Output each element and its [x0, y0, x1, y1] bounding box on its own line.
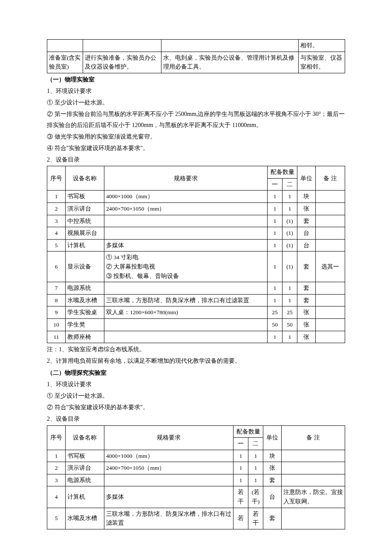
cell-name: 教师座椅	[66, 331, 104, 343]
equip-label: 2、设备目录	[47, 154, 345, 165]
cell-spec: 多媒体	[104, 486, 233, 508]
cell-seq: 4	[47, 486, 66, 508]
cell	[47, 40, 83, 52]
hdr-qty: 配备数量	[233, 425, 263, 438]
cell-q2: (1)	[282, 215, 297, 227]
cell-spec	[104, 331, 268, 343]
cell-q2: (1)	[282, 251, 297, 282]
equipment-table-1: 序号 设备名称 规格要求 配备数量 单位 备 注 一 二 1书写板4000×10…	[47, 166, 345, 343]
env-label: 1、环境设计要求	[47, 86, 345, 96]
table-row: 3电源系统11套	[47, 474, 345, 486]
hdr-spec: 规格要求	[104, 425, 233, 450]
cell-spec: 2400×700×1050（mm）	[104, 203, 268, 215]
cell-q2: 25	[282, 306, 297, 319]
table-row: 相邻。	[47, 40, 345, 52]
table-row: 10学生凳5050张	[47, 319, 345, 331]
cell	[161, 40, 299, 52]
table-row: 7电源系统11套	[47, 282, 345, 295]
cell-q2: (若干)	[248, 486, 263, 508]
cell-unit: 块	[263, 450, 282, 462]
note: 注：1、实验室应考虑综合布线系统。	[47, 344, 345, 355]
cell-spec	[104, 282, 268, 295]
cell-unit: 张	[297, 331, 316, 343]
cell-name: 显示设备	[66, 251, 104, 282]
cell-unit: 套	[297, 294, 316, 306]
cell-seq: 1	[47, 450, 66, 462]
cell-spec: 三联水嘴，方形防堵、防臭深水槽，排水口有过滤装置	[104, 508, 233, 529]
table-row: 1书写板4000×1000（mm）11块	[47, 191, 345, 203]
cell-seq: 8	[47, 294, 66, 306]
env-item: ① 至少设计一处水源。	[47, 390, 345, 401]
cell-q1: 若	[233, 508, 248, 529]
cell-name: 学生实验桌	[66, 306, 104, 319]
cell-name: 视频展示台	[66, 227, 104, 240]
hdr-q2: 二	[248, 438, 263, 450]
cell-spec: 多媒体	[104, 239, 268, 251]
hdr-spec: 规格要求	[104, 166, 268, 191]
env-item: ④ 符合"实验室建设环境的基本要求"。	[47, 143, 345, 153]
hdr-seq: 序号	[47, 425, 66, 450]
cell-q1: 1	[268, 227, 282, 240]
equip-label: 2、设备目录	[47, 413, 345, 424]
cell-remark	[282, 474, 345, 486]
cell-spec: 双人桌：1200×600×780(mm)	[104, 306, 268, 319]
hdr-remark: 备 注	[316, 166, 345, 191]
cell-unit: 张	[263, 462, 282, 474]
cell-q2: 1	[282, 282, 297, 295]
cell-remark	[282, 508, 345, 529]
cell-q2: 1	[282, 294, 297, 306]
hdr-qty: 配备数量	[268, 166, 297, 179]
hdr-q1: 一	[268, 178, 282, 191]
hdr-remark: 备 注	[282, 425, 345, 450]
table-row: 9学生实验桌双人桌：1200×600×780(mm)2525张	[47, 306, 345, 319]
cell-room: 准备室(含实验员室)	[47, 52, 83, 73]
cell-q1: 1	[268, 331, 282, 343]
cell-func: 进行实验准备，实验员办公及仪器设备维护。	[83, 52, 161, 73]
hdr-name: 设备名称	[66, 425, 104, 450]
cell-spec: 2400×700×1050（mm）	[104, 462, 233, 474]
cell-remark	[316, 294, 345, 306]
table-row: 准备室(含实验员室) 进行实验准备，实验员办公及仪器设备维护。 水、电到桌，实验…	[47, 52, 345, 73]
cell-remark	[282, 462, 345, 474]
table-row: 2演示讲台2400×700×1050（mm）11张	[47, 203, 345, 215]
cell-unit: 台	[297, 239, 316, 251]
note: 2、计算用电负荷应留有余地，以满足不断增加的现代化教学设备的需要。	[47, 356, 345, 366]
cell-unit: 块	[297, 191, 316, 203]
cell-remark: 注意防水，防尘。宜接入互联网。	[282, 486, 345, 508]
cell-name: 电源系统	[66, 474, 104, 486]
table-row: 11教师座椅11张	[47, 331, 345, 343]
cell-remark	[316, 306, 345, 319]
env-item: ② 符合"实验室建设环境的基本要求"。	[47, 402, 345, 413]
cell-seq: 3	[47, 474, 66, 486]
cell-q1: 50	[268, 319, 282, 331]
cell-remark	[316, 319, 345, 331]
cell-name: 书写板	[66, 191, 104, 203]
cell-name: 学生凳	[66, 319, 104, 331]
cell-unit: 张	[297, 319, 316, 331]
cell-q2: 若干	[248, 508, 263, 529]
cell-q1: 1	[268, 203, 282, 215]
cell-spec: ① 34 寸彩电 ② 大屏幕投影电视 ③ 投影机、银幕、音响设备	[104, 251, 268, 282]
cell-remark	[316, 191, 345, 203]
cell-unit: 套	[297, 282, 316, 295]
cell-adj: 与实验室、仪器室相邻。	[299, 52, 345, 73]
cell-remark	[316, 331, 345, 343]
cell-name: 中控系统	[66, 215, 104, 227]
cell-unit: 张	[297, 306, 316, 319]
cell-remark	[316, 227, 345, 240]
cell-seq: 5	[47, 239, 66, 251]
cell-name: 演示讲台	[66, 203, 104, 215]
hdr-q1: 一	[233, 438, 248, 450]
cell-name: 演示讲台	[66, 462, 104, 474]
cell-unit: 套	[263, 474, 282, 486]
cell-remark: 选其一	[316, 251, 345, 282]
table-row: 6显示设备① 34 寸彩电 ② 大屏幕投影电视 ③ 投影机、银幕、音响设备1(1…	[47, 251, 345, 282]
cell-name: 计算机	[66, 239, 104, 251]
cell-q2: 50	[282, 319, 297, 331]
hdr-seq: 序号	[47, 166, 66, 191]
table-row: 2演示讲台2400×700×1050（mm）11张	[47, 462, 345, 474]
cell-spec	[104, 227, 268, 240]
cell-name: 水嘴及水槽	[66, 508, 104, 529]
cell-remark	[282, 450, 345, 462]
table-row: 4视频展示台1(1)台	[47, 227, 345, 240]
